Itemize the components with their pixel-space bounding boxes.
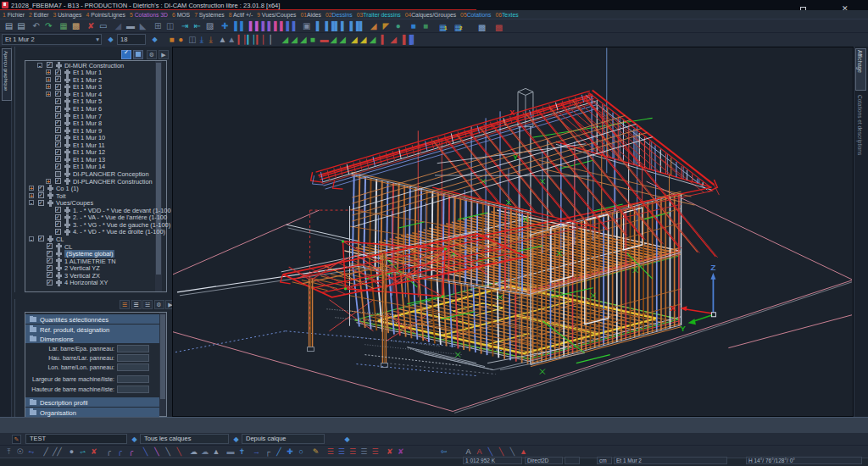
svg-text:Y: Y xyxy=(680,324,686,333)
svg-text:X: X xyxy=(670,303,676,313)
svg-text:X: X xyxy=(509,108,515,117)
svg-text:Y: Y xyxy=(513,153,518,162)
svg-text:Z: Z xyxy=(710,263,715,272)
